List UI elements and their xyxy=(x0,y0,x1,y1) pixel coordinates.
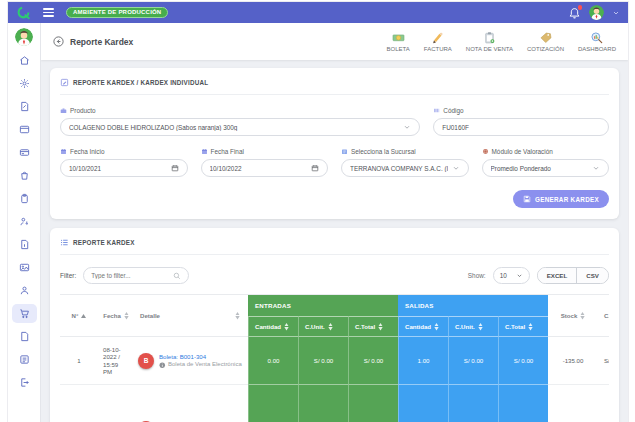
page-header: Reporte Kardex BOLETA FACTURA NOTA DE VE… xyxy=(41,23,628,60)
credit-card-icon xyxy=(19,147,30,158)
back-button[interactable] xyxy=(53,36,64,47)
document-link[interactable]: Boleta: B001-304 xyxy=(159,353,242,360)
sidebar-item-document-edit[interactable] xyxy=(12,95,37,118)
sucursal-label: Selecciona la Sucursal xyxy=(341,148,469,155)
calendar-icon xyxy=(201,148,208,155)
cotizacion-button[interactable]: COTIZACIÓN xyxy=(527,31,564,52)
cell-entrada-cantidad xyxy=(248,385,298,422)
sidebar-item-clipboard[interactable] xyxy=(12,187,37,210)
filter-field xyxy=(83,267,189,284)
sidebar-item-gallery[interactable] xyxy=(12,256,37,279)
datepicker-icon[interactable] xyxy=(171,164,179,172)
logout-icon xyxy=(19,377,30,388)
page-size-select[interactable]: 10 xyxy=(493,267,530,284)
sidebar-avatar[interactable] xyxy=(15,28,33,46)
generar-kardex-button[interactable]: GENERAR KARDEX xyxy=(513,190,609,208)
column-header-num[interactable]: N° xyxy=(60,295,98,337)
producto-label: Producto xyxy=(60,107,420,114)
group-header-entradas: ENTRADAS xyxy=(248,295,398,316)
user-icon xyxy=(19,285,30,296)
bell-icon[interactable] xyxy=(568,6,581,19)
report-card-title: REPORTE KARDEX xyxy=(73,239,135,246)
nota-de-venta-button[interactable]: NOTA DE VENTA xyxy=(466,31,513,52)
hamburger-menu-icon[interactable] xyxy=(43,8,54,17)
barcode-icon xyxy=(433,107,440,114)
document-info-icon xyxy=(19,239,30,250)
subheader-entradas-ctotal[interactable]: C.Total xyxy=(348,316,398,337)
table-row: 2 07-10-2022 / N Nota de Venta: 386 xyxy=(60,385,609,422)
sidebar-item-document-info[interactable] xyxy=(12,233,37,256)
search-icon xyxy=(173,272,181,280)
sidebar-item-user-download[interactable] xyxy=(12,210,37,233)
chevron-down-icon[interactable] xyxy=(612,9,620,17)
cell-num: 1 xyxy=(60,337,98,385)
cell-entrada-ctotal: S/ 0.00 xyxy=(348,337,398,385)
column-header-stock[interactable]: Stock xyxy=(548,295,598,337)
cell-salida-ctotal: S/ 0.00 xyxy=(498,337,548,385)
factura-button[interactable]: FACTURA xyxy=(424,31,452,52)
list-icon xyxy=(60,238,69,247)
fecha-final-input[interactable] xyxy=(210,165,308,172)
document-edit-icon xyxy=(19,101,30,112)
document-subtype: Boleta de Venta Electrónica xyxy=(159,361,242,368)
dashboard-button[interactable]: DASHBOARD xyxy=(578,31,616,52)
sucursal-select[interactable]: TERRANOVA COMPANY S.A.C. (ID: 3... xyxy=(341,159,469,177)
header-actions: BOLETA FACTURA NOTA DE VENTA COTIZACIÓN xyxy=(387,31,616,52)
cell-cprom: S/ 0.00 xyxy=(598,337,609,385)
kardex-table: N° Fecha xyxy=(60,295,609,422)
subheader-salidas-cantidad[interactable]: Cantidad xyxy=(398,316,448,337)
cell-salida-cantidad xyxy=(398,385,448,422)
subheader-salidas-cunit[interactable]: C.Unit. xyxy=(448,316,498,337)
clipboard-icon xyxy=(19,193,30,204)
cell-salida-cunit xyxy=(448,385,498,422)
subheader-entradas-cunit[interactable]: C.Unit. xyxy=(298,316,348,337)
user-avatar[interactable] xyxy=(589,5,604,20)
datepicker-icon[interactable] xyxy=(311,164,319,172)
modulo-valoracion-select[interactable]: Promedio Ponderado xyxy=(482,159,610,177)
document-type-badge[interactable]: B xyxy=(138,353,154,369)
cell-cprom xyxy=(598,385,609,422)
producto-select[interactable]: COLAGENO DOBLE HIDROLIZADO (Sabos naranj… xyxy=(60,118,420,136)
cell-salida-ctotal xyxy=(498,385,548,422)
coin-icon xyxy=(482,148,489,155)
chevron-down-icon xyxy=(592,164,600,172)
subheader-entradas-cantidad[interactable]: Cantidad xyxy=(248,316,298,337)
sidebar-item-reports[interactable] xyxy=(12,348,37,371)
sidebar-item-panel[interactable] xyxy=(12,118,37,141)
kardex-form-card: REPORTE KARDEX / KARDEX INDIVIDUAL Produ… xyxy=(50,68,619,219)
sidebar-item-payments[interactable] xyxy=(12,141,37,164)
cell-stock xyxy=(548,385,598,422)
sidebar-item-file[interactable] xyxy=(12,325,37,348)
kardex-table-wrap: N° Fecha xyxy=(60,294,609,422)
boleta-button[interactable]: BOLETA xyxy=(387,31,410,52)
column-header-fecha[interactable]: Fecha xyxy=(98,295,134,337)
briefcase-icon xyxy=(60,107,67,114)
filter-label: Filter: xyxy=(60,272,76,279)
page-title: Reporte Kardex xyxy=(70,37,133,47)
calendar-icon xyxy=(60,148,67,155)
sidebar-item-shop[interactable] xyxy=(12,164,37,187)
logo-icon[interactable] xyxy=(16,5,31,20)
group-header-salidas: SALIDAS xyxy=(398,295,548,316)
sidebar-item-settings[interactable] xyxy=(12,72,37,95)
csv-button[interactable]: CSV xyxy=(576,268,608,283)
filter-input[interactable] xyxy=(91,272,169,279)
gallery-icon xyxy=(19,262,30,273)
cell-detalle: N Nota de Venta: 386 xyxy=(134,385,248,422)
sidebar-item-home[interactable] xyxy=(12,49,37,72)
cell-stock: -135.00 xyxy=(548,337,598,385)
sidebar-item-sales-cart[interactable] xyxy=(12,304,37,323)
sidebar-item-user[interactable] xyxy=(12,279,37,302)
excel-button[interactable]: EXCEL xyxy=(538,268,577,283)
subheader-salidas-ctotal[interactable]: C.Total xyxy=(498,316,548,337)
cell-salida-cantidad: 1.00 xyxy=(398,337,448,385)
fecha-inicio-input[interactable] xyxy=(69,165,167,172)
column-header-cprom[interactable]: C.P xyxy=(598,295,609,337)
money-receipt-icon xyxy=(392,31,405,44)
chevron-down-icon xyxy=(452,164,460,172)
cell-fecha: 08-10-2022 / 15:59 PM xyxy=(98,337,134,385)
column-header-detalle[interactable]: Detalle xyxy=(134,295,248,337)
codigo-input[interactable] xyxy=(442,124,600,131)
fecha-final-label: Fecha Final xyxy=(201,148,329,155)
sidebar-item-logout[interactable] xyxy=(12,371,37,394)
